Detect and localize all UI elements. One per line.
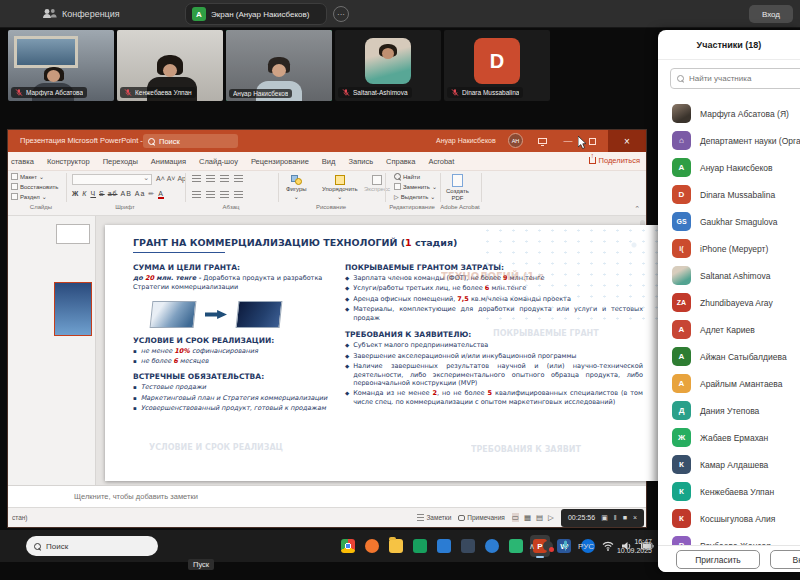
video-tile[interactable]: DDinara Mussabalina	[444, 30, 550, 101]
participant-row[interactable]: DDinara Mussabalina	[658, 181, 800, 208]
close-recbar-icon[interactable]: ×	[633, 514, 637, 521]
participant-row[interactable]: GSGaukhar Smagulova	[658, 208, 800, 235]
section-button[interactable]: Раздел ⌄	[11, 193, 47, 200]
app-dark-icon[interactable]	[458, 535, 478, 557]
outlook-icon[interactable]	[434, 535, 454, 557]
ribbon-tab-справка[interactable]: Справка	[386, 157, 415, 166]
font-style-buttons[interactable]: Ж К Ч S аб АВ Аа ✏ А	[72, 190, 164, 199]
participant-row[interactable]: ЖЖабаев Ермахан	[658, 424, 800, 451]
arrange-button[interactable]: Упорядочить⌄	[322, 175, 358, 200]
columns-icon[interactable]	[234, 191, 243, 199]
notes-pane[interactable]: Щелкните, чтобы добавить заметки	[8, 485, 646, 507]
pause-icon[interactable]: ‖	[614, 514, 617, 521]
participant-search-input[interactable]	[689, 74, 799, 83]
participant-row[interactable]: ААдлет Кариев	[658, 316, 800, 343]
collapse-ribbon-icon[interactable]: ⌃	[634, 205, 640, 213]
font-name-dropdown[interactable]	[72, 174, 152, 185]
firefox-icon[interactable]	[362, 535, 382, 557]
participant-row[interactable]: Марфуга Абсатова (Я)	[658, 100, 800, 127]
quick-styles-button[interactable]: Экспресс	[364, 175, 390, 192]
invite-button[interactable]: Пригласить	[676, 550, 760, 569]
group-separator	[66, 173, 67, 202]
ribbon-tab-acrobat[interactable]: Acrobat	[428, 157, 454, 166]
microphone-tray-icon[interactable]	[561, 540, 570, 552]
participant-row[interactable]: ККамар Алдашева	[658, 451, 800, 478]
ppt-account-name[interactable]: Ануар Накисбеков	[436, 137, 496, 144]
video-tile[interactable]: Марфуга Абсатова	[8, 30, 114, 101]
ribbon-tab-переходы[interactable]: Переходы	[103, 157, 138, 166]
tab-more-icon[interactable]: ···	[333, 6, 349, 22]
slide-thumbnails-panel[interactable]	[8, 216, 96, 485]
unmute-all-button[interactable]: Включ	[770, 550, 800, 569]
participant-search-box[interactable]	[670, 68, 800, 89]
notes-toggle[interactable]: Заметки	[417, 514, 451, 521]
taskbar-clock[interactable]: 16:47 10.09.2025	[592, 537, 652, 555]
numbering-icon[interactable]	[206, 175, 215, 183]
participant-row[interactable]: ААнуар Накисбеков	[658, 154, 800, 181]
participant-row[interactable]: ААйжан Сатыбалдиева	[658, 343, 800, 370]
display-settings-icon[interactable]	[530, 130, 554, 152]
ribbon-tab-ставка[interactable]: ставка	[11, 157, 34, 166]
indent-icon[interactable]	[220, 175, 229, 183]
participant-row[interactable]: Saltanat Ashimova	[658, 262, 800, 289]
participant-row[interactable]: ⌂Департамент науки (Орга	[658, 127, 800, 154]
recorder-tray-icon[interactable]	[543, 541, 553, 551]
sorter-view-icon: ▦	[524, 513, 531, 522]
participant-name: Saltanat Ashimova	[700, 271, 770, 281]
align-center-icon[interactable]	[206, 191, 215, 199]
create-pdf-button[interactable]: СоздатьPDF	[446, 174, 469, 201]
file-explorer-icon[interactable]	[386, 535, 406, 557]
edge-icon[interactable]	[482, 535, 502, 557]
video-tile[interactable]: Кенжебаева Улпан	[117, 30, 223, 101]
slide-thumbnail-selected[interactable]	[54, 282, 92, 336]
ribbon-tab-рецензирование[interactable]: Рецензирование	[251, 157, 309, 166]
conference-tab-label[interactable]: Конференция	[62, 9, 120, 19]
minimize-button[interactable]: —	[556, 130, 580, 152]
find-button[interactable]: Найти	[394, 173, 420, 180]
login-button[interactable]: Вход	[749, 5, 793, 23]
participant-row[interactable]: ДДания Утепова	[658, 397, 800, 424]
replace-button[interactable]: Заменить ⌄	[394, 183, 437, 190]
align-left-icon[interactable]	[192, 191, 201, 199]
video-tile[interactable]: Ануар Накисбеков	[226, 30, 332, 101]
layout-button[interactable]: Макет ⌄	[11, 173, 44, 180]
ribbon-tab-запись[interactable]: Запись	[348, 157, 373, 166]
reset-button[interactable]: Восстановить	[11, 183, 58, 190]
close-button[interactable]: ×	[608, 130, 646, 152]
screen-share-tab[interactable]: А Экран (Ануар Накисбеков)	[185, 3, 327, 25]
slide-thumbnail[interactable]	[56, 224, 90, 244]
bullets-icon[interactable]	[192, 175, 201, 183]
ppt-share-button[interactable]: Поделиться	[589, 156, 640, 165]
recording-toolbar[interactable]: 00:25:56 ▣ ‖ ■ ×	[561, 509, 644, 527]
app-green-icon[interactable]	[410, 535, 430, 557]
participant-row[interactable]: ZAZhundibayeva Aray	[658, 289, 800, 316]
participant-row[interactable]: РРаубаева Жансая	[658, 532, 800, 545]
participant-row[interactable]: ААрайлым Амантаева	[658, 370, 800, 397]
participant-row[interactable]: ККенжебаева Улпан	[658, 478, 800, 505]
app-green2-icon[interactable]	[506, 535, 526, 557]
taskbar-search[interactable]: Поиск	[26, 536, 158, 556]
chrome-icon[interactable]	[338, 535, 358, 557]
video-tile[interactable]: Saltanat-Ashimova	[335, 30, 441, 101]
ppt-ribbon-tabs: ставкаКонструкторПереходыАнимацияСлайд-ш…	[8, 152, 646, 171]
ppt-search-box[interactable]: Поиск	[143, 134, 238, 148]
select-button[interactable]: ▷Выделить ⌄	[394, 193, 435, 200]
comments-toggle[interactable]: Примечания	[458, 514, 505, 521]
slide-canvas[interactable]: ГРАНТ НА КОММЕРЦИАЛИЗАЦИЮ ТЕХНОЛОГИЙ (1 …	[105, 225, 661, 481]
ppt-account-avatar[interactable]: АН	[508, 133, 523, 148]
shapes-button[interactable]: Фигуры⌄	[286, 175, 307, 200]
participant-row[interactable]: i(iPhone (Меруерт)	[658, 235, 800, 262]
tray-chevron-icon[interactable]: ∧	[529, 542, 535, 551]
camera-icon[interactable]: ▣	[601, 514, 608, 522]
notes-placeholder[interactable]: Щелкните, чтобы добавить заметки	[74, 492, 198, 501]
line-spacing-icon[interactable]	[234, 175, 243, 183]
participant-row[interactable]: ККосшыгулова Алия	[658, 505, 800, 532]
ribbon-tab-конструктор[interactable]: Конструктор	[47, 157, 90, 166]
view-switcher[interactable]: ▭▦▤▷	[512, 513, 554, 522]
align-right-icon[interactable]	[220, 191, 229, 199]
font-size-buttons[interactable]: А˄ А˅ Ар	[156, 175, 186, 182]
ribbon-tab-анимация[interactable]: Анимация	[151, 157, 186, 166]
ribbon-tab-слайд-шоу[interactable]: Слайд-шоу	[199, 157, 238, 166]
stop-icon[interactable]: ■	[623, 514, 627, 521]
ribbon-tab-вид[interactable]: Вид	[322, 157, 336, 166]
